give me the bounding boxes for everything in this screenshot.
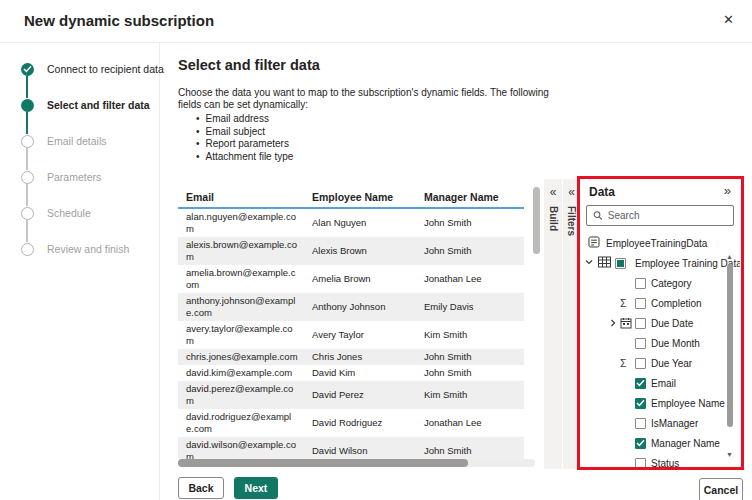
stepper-item-parameters[interactable]: Parameters	[21, 170, 159, 184]
table-cell: John Smith	[416, 215, 524, 231]
table-cell: chris.jones@example.com	[178, 349, 304, 365]
field-label: Completion	[651, 298, 702, 309]
next-button[interactable]: Next	[234, 477, 278, 499]
tree-field-due-date[interactable]: Due Date	[580, 313, 732, 333]
column-header-manager-name: Manager Name	[416, 191, 524, 203]
table-row: david.perez@example.comDavid PerezKim Sm…	[178, 381, 524, 409]
column-header-email: Email	[178, 191, 304, 203]
tree-field-status[interactable]: Status	[580, 453, 732, 468]
table-cell: Kim Smith	[416, 327, 524, 343]
field-checkbox-unchecked[interactable]	[635, 298, 646, 309]
stepper-item-select-and-filter-data[interactable]: Select and filter data	[21, 98, 159, 112]
table-cell: anthony.johnson@example.com	[178, 293, 304, 321]
table-checkbox-indeterminate[interactable]	[615, 258, 626, 269]
build-pane-collapsed[interactable]: « Build	[544, 179, 562, 469]
table-cell: amelia.brown@example.com	[178, 265, 304, 293]
tree-item-label: Employee Training Data	[635, 258, 740, 269]
field-checkbox-checked[interactable]	[635, 378, 646, 389]
step-pending-icon	[21, 207, 34, 220]
stepper-item-connect-to-recipient-data[interactable]: Connect to recipient data	[21, 62, 159, 76]
table-cell: John Smith	[416, 243, 524, 259]
tree-item-semantic-model[interactable]: EmployeeTrainingData	[580, 233, 732, 253]
filters-pane-collapsed[interactable]: « Filters	[563, 179, 580, 469]
field-label: Employee Name	[651, 398, 725, 409]
field-checkbox-unchecked[interactable]	[635, 418, 646, 429]
field-label: Manager Name	[651, 438, 720, 449]
step-current-icon	[21, 99, 34, 112]
table-cell: Alexis Brown	[304, 243, 416, 259]
data-pane-title: Data	[589, 185, 615, 199]
field-label: Category	[651, 278, 692, 289]
build-pane-label: Build	[548, 206, 559, 231]
step-pending-icon	[21, 243, 34, 256]
stepper-item-email-details[interactable]: Email details	[21, 134, 159, 148]
dialog-title: New dynamic subscription	[24, 12, 214, 29]
table-row: david.rodriguez@example.comDavid Rodrigu…	[178, 409, 524, 437]
stepper-item-review-and-finish[interactable]: Review and finish	[21, 242, 159, 256]
field-checkbox-unchecked[interactable]	[635, 318, 646, 329]
field-checkbox-unchecked[interactable]	[635, 278, 646, 289]
table-cell: Chris Jones	[304, 349, 416, 365]
search-input[interactable]	[608, 210, 727, 221]
content-vertical-scrollbar-thumb[interactable]	[533, 187, 540, 254]
stepper-item-schedule[interactable]: Schedule	[21, 206, 159, 220]
tree-vertical-scrollbar-thumb[interactable]	[727, 264, 733, 427]
expand-build-icon[interactable]: «	[550, 186, 557, 198]
step-connector	[26, 148, 28, 170]
description-text: Choose the data you want to map to the s…	[178, 87, 558, 111]
field-checkbox-checked[interactable]	[635, 438, 646, 449]
dialog-header: New dynamic subscription ✕	[0, 0, 752, 43]
field-checkbox-unchecked[interactable]	[635, 338, 646, 349]
tree-field-completion[interactable]: ΣCompletion	[580, 293, 732, 313]
sigma-icon: Σ	[620, 297, 635, 309]
tree-field-due-year[interactable]: ΣDue Year	[580, 353, 732, 373]
field-search-box[interactable]	[586, 205, 734, 226]
tree-field-manager-name[interactable]: Manager Name	[580, 433, 732, 453]
wizard-stepper: Connect to recipient dataSelect and filt…	[0, 43, 160, 500]
table-icon	[598, 256, 611, 270]
close-icon[interactable]: ✕	[723, 13, 734, 26]
tree-field-ismanager[interactable]: IsManager	[580, 413, 732, 433]
table-horizontal-scrollbar[interactable]	[178, 459, 535, 467]
cancel-button[interactable]: Cancel	[699, 478, 743, 500]
table-row: alexis.brown@example.comAlexis BrownJohn…	[178, 237, 524, 265]
field-tree: EmployeeTrainingDataEmployee Training Da…	[580, 233, 732, 468]
tree-item-table[interactable]: Employee Training Data	[580, 253, 732, 273]
back-button[interactable]: Back	[178, 477, 224, 499]
bullet-item: Email subject	[196, 126, 293, 139]
table-body: alan.nguyen@example.comAlan NguyenJohn S…	[178, 209, 524, 459]
table-row: anthony.johnson@example.comAnthony Johns…	[178, 293, 524, 321]
tree-scroll-up-arrow[interactable]: ▲	[726, 253, 733, 260]
chevron-right-icon[interactable]	[608, 318, 620, 328]
tree-field-employee-name[interactable]: Employee Name	[580, 393, 732, 413]
search-icon	[593, 210, 603, 221]
table-horizontal-scrollbar-thumb[interactable]	[178, 459, 468, 467]
tree-field-email[interactable]: Email	[580, 373, 732, 393]
tree-field-due-month[interactable]: Due Month	[580, 333, 732, 353]
field-label: IsManager	[651, 418, 698, 429]
table-cell: John Smith	[416, 365, 524, 381]
step-completed-icon	[21, 63, 34, 76]
step-pending-icon	[21, 171, 34, 184]
chevron-down-icon[interactable]	[584, 257, 594, 269]
field-label: Status	[651, 458, 679, 469]
table-cell: avery.taylor@example.com	[178, 321, 304, 349]
tree-scroll-down-arrow[interactable]: ▼	[726, 451, 733, 458]
table-cell: alexis.brown@example.com	[178, 237, 304, 265]
tree-field-category[interactable]: Category	[580, 273, 732, 293]
field-checkbox-checked[interactable]	[635, 398, 646, 409]
table-cell: Anthony Johnson	[304, 299, 416, 315]
step-connector	[26, 112, 28, 134]
bullet-item: Attachment file type	[196, 151, 293, 164]
field-checkbox-unchecked[interactable]	[635, 458, 646, 469]
field-label: Due Date	[651, 318, 693, 329]
table-cell: David Kim	[304, 365, 416, 381]
field-checkbox-unchecked[interactable]	[635, 358, 646, 369]
expand-filters-icon[interactable]: «	[568, 186, 575, 198]
table-cell: alan.nguyen@example.com	[178, 209, 304, 237]
step-label: Email details	[47, 135, 107, 147]
table-cell: david.kim@example.com	[178, 365, 304, 381]
collapse-data-pane-icon[interactable]: »	[724, 184, 731, 197]
data-pane: Data » EmployeeTrainingDataEmployee Trai…	[580, 179, 740, 468]
bullet-item: Email address	[196, 113, 293, 126]
